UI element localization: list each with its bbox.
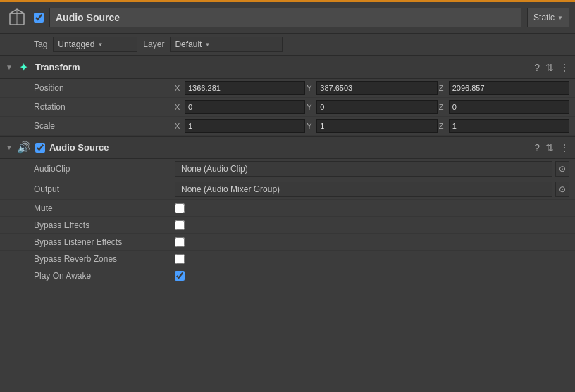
position-row: Position X Y Z (0, 79, 575, 98)
scale-y-item: Y (307, 119, 437, 133)
mute-label: Mute (34, 203, 175, 213)
scale-x-label: X (175, 122, 183, 130)
static-button[interactable]: Static ▼ (527, 8, 569, 27)
static-label: Static (533, 13, 555, 23)
tag-dropdown-arrow: ▼ (97, 42, 103, 48)
transform-collapse-arrow[interactable]: ▼ (6, 63, 13, 71)
scale-z-input[interactable] (449, 119, 569, 133)
transform-section-body: Position X Y Z Rotation X Y (0, 79, 575, 136)
bypass-reverb-zones-value (175, 254, 569, 264)
rotation-value: X Y Z (175, 100, 569, 114)
audio-source-section-header: ▼ 🔊 Audio Source ? ⇅ ⋮ (0, 136, 575, 159)
bypass-effects-row: Bypass Effects (0, 217, 575, 234)
scale-row: Scale X Y Z (0, 117, 575, 136)
rotation-x-item: X (175, 100, 305, 114)
rotation-z-item: Z (439, 100, 569, 114)
layer-dropdown-arrow: ▼ (204, 42, 210, 48)
rotation-z-input[interactable] (449, 100, 569, 114)
position-y-label: Y (307, 84, 315, 92)
output-target-btn[interactable]: ⊙ (555, 182, 569, 197)
scale-z-label: Z (439, 122, 447, 130)
game-object-title-text: Audio Source (56, 12, 120, 23)
game-object-icon (6, 6, 28, 29)
scale-x-input[interactable] (185, 119, 305, 133)
layer-value: Default (175, 39, 202, 49)
audioclip-label: AudioClip (34, 164, 175, 174)
position-y-item: Y (307, 81, 437, 95)
bypass-effects-checkbox[interactable] (175, 220, 185, 230)
scale-y-input[interactable] (316, 119, 437, 133)
transform-section-header: ▼ ✦ Transform ? ⇅ ⋮ (0, 56, 575, 79)
position-z-input[interactable] (449, 81, 569, 95)
scale-value: X Y Z (175, 119, 569, 133)
bypass-reverb-zones-row: Bypass Reverb Zones (0, 251, 575, 267)
bypass-reverb-zones-label: Bypass Reverb Zones (34, 254, 175, 264)
rotation-x-input[interactable] (185, 100, 305, 114)
position-z-label: Z (439, 84, 447, 92)
position-x-input[interactable] (185, 81, 305, 95)
audio-source-section-body: AudioClip None (Audio Clip) ⊙ Output Non… (0, 159, 575, 284)
play-on-awake-checkbox[interactable] (175, 271, 185, 281)
rotation-y-input[interactable] (316, 100, 437, 114)
rotation-y-item: Y (307, 100, 437, 114)
audio-source-icon: 🔊 (17, 141, 31, 154)
tag-layer-row: Tag Untagged ▼ Layer Default ▼ (0, 34, 575, 56)
position-x-label: X (175, 84, 183, 92)
rotation-label: Rotation (34, 102, 175, 112)
bypass-reverb-zones-checkbox[interactable] (175, 254, 185, 264)
game-object-title: Audio Source (49, 8, 521, 27)
mute-row: Mute (0, 200, 575, 217)
layer-label: Layer (143, 39, 164, 49)
bypass-effects-value (175, 220, 569, 230)
rotation-y-label: Y (307, 103, 315, 111)
output-row: Output None (Audio Mixer Group) ⊙ (0, 179, 575, 200)
bypass-listener-effects-checkbox[interactable] (175, 237, 185, 247)
play-on-awake-row: Play On Awake (0, 267, 575, 284)
audioclip-field[interactable]: None (Audio Clip) (175, 161, 552, 177)
position-label: Position (34, 83, 175, 93)
transform-title: Transform (35, 62, 530, 72)
audio-source-menu-icon[interactable]: ⋮ (559, 142, 569, 153)
audio-source-active-checkbox[interactable] (35, 143, 45, 153)
bypass-listener-effects-label: Bypass Listener Effects (34, 237, 175, 247)
bypass-effects-label: Bypass Effects (34, 220, 175, 230)
audio-source-collapse-arrow[interactable]: ▼ (6, 144, 13, 151)
audioclip-target-btn[interactable]: ⊙ (555, 161, 569, 177)
audio-source-title: Audio Source (49, 142, 530, 153)
rotation-z-label: Z (439, 103, 447, 111)
audio-source-actions: ? ⇅ ⋮ (534, 142, 569, 153)
output-label: Output (34, 184, 175, 194)
tag-value: Untagged (58, 39, 94, 49)
transform-settings-icon[interactable]: ⇅ (545, 62, 554, 73)
position-z-item: Z (439, 81, 569, 95)
transform-actions: ? ⇅ ⋮ (534, 62, 569, 73)
scale-x-item: X (175, 119, 305, 133)
mute-value (175, 203, 569, 213)
play-on-awake-value (175, 271, 569, 281)
static-dropdown-arrow: ▼ (557, 15, 563, 21)
audio-source-settings-icon[interactable]: ⇅ (545, 142, 554, 153)
bypass-listener-effects-value (175, 237, 569, 247)
game-object-active-checkbox[interactable] (34, 13, 44, 23)
position-y-input[interactable] (316, 81, 437, 95)
mute-checkbox[interactable] (175, 203, 185, 213)
game-object-header: Audio Source Static ▼ (0, 2, 575, 34)
bypass-listener-effects-row: Bypass Listener Effects (0, 234, 575, 251)
transform-help-icon[interactable]: ? (534, 62, 540, 73)
scale-label: Scale (34, 121, 175, 131)
layer-dropdown[interactable]: Default ▼ (170, 37, 283, 52)
audioclip-value: None (Audio Clip) ⊙ (175, 161, 569, 177)
transform-menu-icon[interactable]: ⋮ (559, 62, 569, 73)
position-value: X Y Z (175, 81, 569, 95)
scale-y-label: Y (307, 122, 315, 130)
audioclip-text: None (Audio Clip) (181, 164, 248, 174)
output-text: None (Audio Mixer Group) (181, 184, 280, 194)
position-x-item: X (175, 81, 305, 95)
scale-z-item: Z (439, 119, 569, 133)
audio-source-help-icon[interactable]: ? (534, 142, 540, 153)
tag-label: Tag (34, 39, 47, 49)
transform-icon: ✦ (17, 61, 31, 74)
output-field[interactable]: None (Audio Mixer Group) (175, 182, 552, 197)
rotation-x-label: X (175, 103, 183, 111)
tag-dropdown[interactable]: Untagged ▼ (53, 37, 137, 52)
